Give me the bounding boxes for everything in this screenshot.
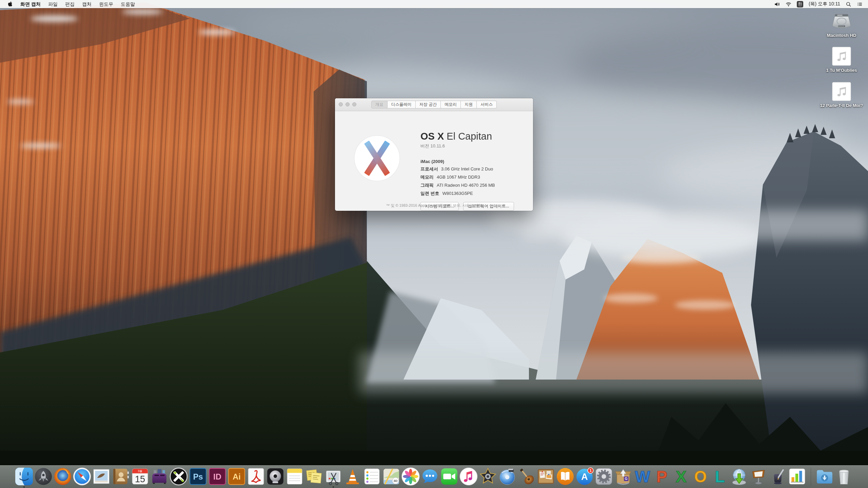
dock-item-pages[interactable] [769,467,787,486]
dock-item-vlc[interactable] [343,467,362,486]
dock-item-pinboard[interactable] [537,467,555,486]
dock-item-excel[interactable]: X [672,467,690,486]
dock-item-numbers[interactable] [788,467,806,486]
spotlight-icon[interactable] [846,1,851,7]
audio-file-icon [831,46,852,66]
window-content: OS XEl Capitan 버전 10.11.6 iMac (2009) 프로… [335,111,533,211]
dock-item-calendar[interactable]: 3월15 [131,467,149,486]
desktop-icon-label: 1 Tu M'Oublies [826,68,857,73]
toolbar-tabs: 개요 디스플레이 저장 공간 메모리 지원 서비스 [371,101,497,108]
svg-text:Ai: Ai [233,472,241,481]
dock-item-quarkxpress[interactable] [170,467,188,486]
svg-text:3월: 3월 [138,469,142,473]
os-version-title: OS XEl Capitan [420,131,514,142]
svg-text:Ps: Ps [193,472,203,481]
zoom-button[interactable] [352,102,356,106]
input-source-menu[interactable]: 한 [797,1,803,7]
dock-item-word[interactable]: W [633,467,652,486]
dock-item-itunes[interactable] [459,467,478,486]
dock-item-indesign[interactable]: ID [208,467,226,486]
dock-item-lync[interactable]: L [711,467,729,486]
dock-item-ibooks[interactable] [556,467,574,486]
dock-item-igetter[interactable] [730,467,748,486]
svg-text:W: W [635,467,650,485]
tab-overview[interactable]: 개요 [371,101,388,108]
window-titlebar[interactable]: 개요 디스플레이 저장 공간 메모리 지원 서비스 [335,98,533,111]
audio-file-icon [831,82,852,101]
menu-file[interactable]: 파일 [44,0,61,8]
menu-window[interactable]: 윈도우 [95,0,117,8]
svg-text:X: X [676,467,687,485]
svg-text:3D: 3D [393,479,397,483]
svg-text:P: P [656,467,667,485]
dock-item-launchpad[interactable] [34,467,53,486]
dock-item-firefox[interactable] [54,467,72,486]
dock-item-mail[interactable] [92,467,111,486]
running-indicator [23,486,25,488]
apple-logo-icon [7,1,13,7]
dock-item-stickies[interactable] [305,467,323,486]
menu-bar: 화면 캡처 파일 편집 캡처 윈도우 도움말 한 (목) 오후 10:11 [0,0,868,8]
menu-capture[interactable]: 캡처 [78,0,95,8]
os-x-el-capitan-logo-icon [353,134,401,182]
notification-center-icon[interactable] [857,1,863,7]
dock-item-idvd[interactable] [498,467,516,486]
dock-item-powerpoint[interactable]: P [653,467,671,486]
dock-item-maps[interactable]: 3D [382,467,400,486]
menu-edit[interactable]: 편집 [61,0,78,8]
copyright-footer: ™ 및 © 1983-2016 Apple Inc. 모든 권리 보유. 사용권… [335,203,533,208]
tab-service[interactable]: 서비스 [477,101,497,108]
dock-item-outlook[interactable]: O [691,467,710,486]
spec-graphics: 그래픽ATI Radeon HD 4670 256 MB [420,182,514,188]
dock-item-facetime[interactable] [440,467,458,486]
dock-item-downloads[interactable] [815,467,834,486]
tab-storage[interactable]: 저장 공간 [416,101,441,108]
wifi-icon[interactable] [786,1,791,7]
desktop-icon-audio-file-1[interactable]: 1 Tu M'Oublies [819,46,864,73]
dock-item-stuffit[interactable]: G [614,467,632,486]
menu-help[interactable]: 도움말 [117,0,139,8]
desktop-icon-label: 12 Parle-T-Il De Moi? [820,103,863,108]
tab-support[interactable]: 지원 [461,101,477,108]
volume-icon[interactable] [774,1,780,7]
spec-processor: 프로세서3.06 GHz Intel Core 2 Duo [420,166,514,172]
dock-item-logic[interactable] [266,467,284,486]
os-version-number: 버전 10.11.6 [420,143,514,149]
license-agreement-link[interactable]: 사용권 계약 [462,203,482,207]
about-this-mac-window: 개요 디스플레이 저장 공간 메모리 지원 서비스 OS XEl Capitan… [335,98,533,211]
dock-item-photoshop[interactable]: Ps [189,467,207,486]
dock-item-trash[interactable] [835,467,853,486]
dock-item-imovie[interactable] [479,467,497,486]
apple-menu[interactable] [3,1,17,7]
menu-clock[interactable]: (목) 오후 10:11 [809,1,840,7]
dock-item-grab[interactable] [324,467,342,486]
minimize-button[interactable] [346,102,350,106]
dock-item-sysprefs[interactable] [595,467,613,486]
dock-item-notes[interactable] [285,467,304,486]
tab-memory[interactable]: 메모리 [441,101,461,108]
traffic-lights [335,102,356,106]
tab-displays[interactable]: 디스플레이 [388,101,416,108]
dock-item-reminders[interactable] [363,467,381,486]
dock-item-illustrator[interactable]: Ai [228,467,246,486]
desktop-icon-audio-file-2[interactable]: 12 Parle-T-Il De Moi? [819,82,864,108]
svg-text:A: A [581,472,588,482]
desktop-icon-macintosh-hd[interactable]: Macintosh HD [819,12,864,38]
desktop-wallpaper [0,0,868,488]
dock-item-garageband[interactable] [517,467,536,486]
menu-app-name[interactable]: 화면 캡처 [17,0,44,8]
dock-item-keynote[interactable] [749,467,768,486]
dock-item-toast[interactable] [150,467,169,486]
dock-item-finder[interactable] [15,467,33,486]
dock-item-appstore[interactable]: A1 [575,467,594,486]
dock-item-contacts[interactable] [112,467,130,486]
close-button[interactable] [339,102,343,106]
svg-text:15: 15 [135,474,145,484]
dock-item-safari[interactable] [73,467,91,486]
dock-item-messages[interactable] [421,467,439,486]
svg-text:ID: ID [213,472,221,481]
dock-item-photos[interactable] [401,467,420,486]
dock-item-acrobat[interactable] [247,467,265,486]
svg-text:G: G [625,477,628,481]
dock-separator [811,468,811,486]
